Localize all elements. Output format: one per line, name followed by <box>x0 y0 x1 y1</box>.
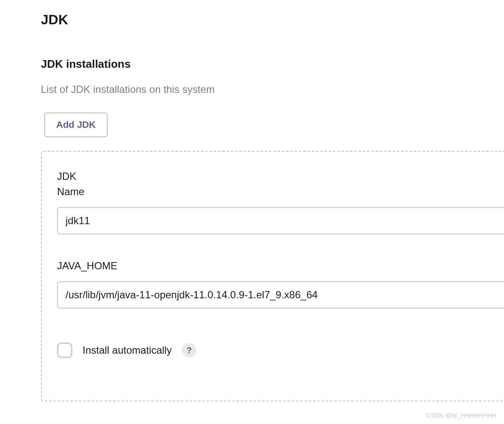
section-description: List of JDK installations on this system <box>41 84 504 95</box>
add-jdk-button[interactable]: Add JDK <box>44 112 108 137</box>
help-icon[interactable]: ? <box>182 343 196 358</box>
java-home-input[interactable] <box>57 281 504 309</box>
name-input[interactable] <box>57 207 504 234</box>
section-title: JDK installations <box>41 58 504 71</box>
name-field-label: Name <box>57 186 504 198</box>
watermark: CSDN @W_HHHHHHHH <box>427 412 496 419</box>
page-title: JDK <box>41 12 504 28</box>
jdk-entry-panel: JDK Name JAVA_HOME Install automatically… <box>41 151 504 401</box>
install-auto-checkbox[interactable] <box>57 343 72 358</box>
jdk-group-label: JDK <box>57 170 504 182</box>
install-auto-row: Install automatically ? <box>57 343 504 358</box>
install-auto-label: Install automatically <box>83 344 172 356</box>
java-home-label: JAVA_HOME <box>57 260 504 272</box>
